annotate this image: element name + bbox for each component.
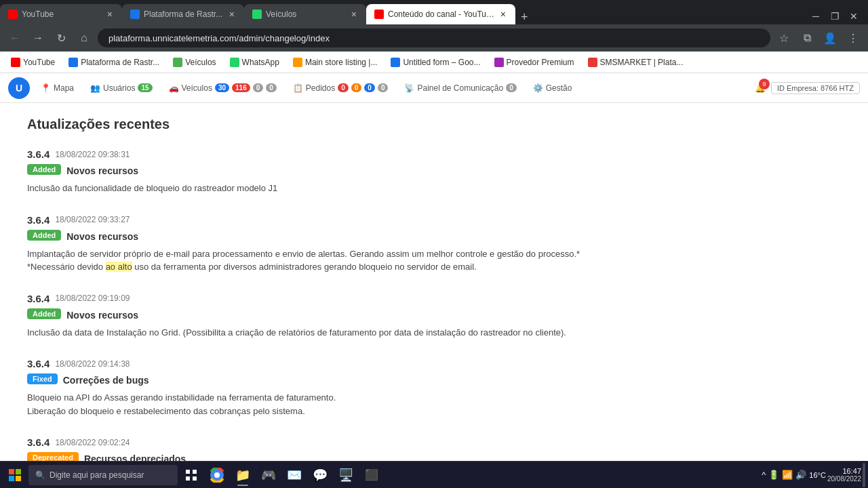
- taskbar-app-remote[interactable]: 🖥️: [334, 463, 358, 487]
- entry-header-2: 3.6.4 18/08/2022 09:33:27: [27, 214, 841, 226]
- forward-button[interactable]: →: [28, 28, 47, 47]
- entry-version-4: 3.6.4: [27, 358, 50, 369]
- tab-favicon-main: [374, 9, 384, 19]
- reload-button[interactable]: ↻: [52, 28, 71, 47]
- bookmark-whatsapp[interactable]: WhatsApp: [224, 56, 285, 69]
- bookmark-label-whatsapp: WhatsApp: [242, 58, 279, 67]
- tab-close-youtube[interactable]: ×: [106, 7, 114, 21]
- taskbar-app-mail[interactable]: ✉️: [282, 463, 307, 487]
- nav-veiculos[interactable]: 🚗 Veículos 30 116 0 0: [163, 81, 282, 96]
- menu-button[interactable]: ⋮: [844, 28, 863, 47]
- show-desktop-button[interactable]: [863, 463, 865, 487]
- svg-rect-1: [16, 469, 21, 474]
- svg-rect-6: [186, 476, 190, 481]
- extensions-button[interactable]: ⧉: [797, 28, 816, 47]
- bookmark-veiculos[interactable]: Veículos: [167, 56, 221, 69]
- bookmark-label-provedor: Provedor Premium: [507, 58, 574, 67]
- nav-mapa[interactable]: 📍 Mapa: [35, 81, 79, 96]
- tab-close-main[interactable]: ×: [499, 7, 507, 21]
- bookmark-label-youtube: YouTube: [23, 58, 55, 67]
- changelog-entry-1: 3.6.4 18/08/2022 09:38:31 Added Novos re…: [27, 148, 841, 195]
- notifications-bell[interactable]: 🔔 9: [755, 83, 766, 93]
- task-view-button[interactable]: [179, 463, 203, 487]
- bookmark-favicon-untitled: [391, 58, 400, 67]
- comm-icon: 📡: [404, 83, 414, 93]
- nav-right: 🔔 9 ID Empresa: 8766 HTZ: [755, 82, 860, 94]
- entry-badge-1: Added: [27, 164, 61, 175]
- bookmark-untitled[interactable]: Untitled form – Goo...: [385, 56, 486, 69]
- nav-veiculos-label: Veículos: [182, 83, 212, 93]
- svg-rect-4: [186, 470, 190, 474]
- page-title: Atualizações recentes: [27, 117, 841, 132]
- new-tab-button[interactable]: +: [515, 10, 534, 24]
- profile-button[interactable]: 👤: [821, 28, 840, 47]
- bookmark-plataforma[interactable]: Plataforma de Rastr...: [63, 56, 165, 69]
- restore-button[interactable]: ❐: [826, 8, 844, 24]
- taskbar-app-file[interactable]: 📁: [231, 463, 255, 487]
- nav-painel[interactable]: 📡 Painel de Comunicação 0: [399, 81, 521, 96]
- company-id[interactable]: ID Empresa: 8766 HTZ: [771, 82, 860, 94]
- gestao-icon: ⚙️: [533, 83, 543, 93]
- taskbar-app-terminal[interactable]: ⬛: [359, 463, 384, 487]
- tab-title-main: Conteúdo do canal - YouTube St...: [388, 9, 495, 19]
- entry-version-2: 3.6.4: [27, 214, 50, 226]
- main-content: Atualizações recentes 3.6.4 18/08/2022 0…: [0, 103, 868, 488]
- taskbar-app-chrome[interactable]: [205, 463, 229, 487]
- taskbar-time-display[interactable]: 16:47 20/08/2022: [827, 467, 861, 483]
- tab-close-plataforma[interactable]: ×: [228, 7, 236, 21]
- bookmark-button[interactable]: ☆: [774, 28, 793, 47]
- bookmark-favicon-veiculos: [173, 58, 182, 67]
- veiculos-badge2: 116: [232, 83, 250, 92]
- tab-youtube[interactable]: YouTube ×: [0, 4, 122, 24]
- entry-version-1: 3.6.4: [27, 148, 50, 160]
- taskbar-search[interactable]: 🔍 Digite aqui para pesquisar: [28, 465, 178, 485]
- pedidos-badge1: 0: [338, 83, 349, 92]
- tab-plataforma[interactable]: Plataforma de Rastr... ×: [122, 4, 244, 24]
- bookmark-label-veiculos: Veículos: [185, 58, 216, 67]
- bookmark-youtube[interactable]: YouTube: [5, 56, 60, 69]
- url-input[interactable]: [98, 28, 770, 47]
- tab-main[interactable]: Conteúdo do canal - YouTube St... ×: [366, 4, 515, 24]
- entry-description-3: Inclusão da data de Instalação no Grid. …: [27, 326, 841, 340]
- tab-close-whatsapp[interactable]: ×: [350, 7, 358, 21]
- bookmark-provedor[interactable]: Provedor Premium: [489, 56, 580, 69]
- svg-rect-5: [193, 470, 197, 474]
- nav-gestao[interactable]: ⚙️ Gestão: [528, 81, 578, 96]
- orders-icon: 📋: [293, 83, 303, 93]
- nav-mapa-label: Mapa: [54, 83, 74, 93]
- veiculos-badge4: 0: [266, 83, 277, 92]
- expand-icon[interactable]: ^: [762, 470, 766, 480]
- close-button[interactable]: ✕: [845, 8, 863, 24]
- bookmark-favicon-provedor: [494, 58, 504, 67]
- entry-date-3: 18/08/2022 09:19:09: [55, 293, 130, 303]
- bookmarks-bar: YouTube Plataforma de Rastr... Veículos …: [0, 52, 868, 73]
- changelog-entry-4: 3.6.4 18/08/2022 09:14:38 Fixed Correçõe…: [27, 358, 841, 418]
- vehicles-icon: 🚗: [169, 83, 179, 93]
- start-button[interactable]: [3, 463, 27, 487]
- bookmark-favicon-youtube: [11, 58, 20, 67]
- tab-whatsapp[interactable]: Veículos ×: [244, 4, 366, 24]
- nav-pedidos[interactable]: 📋 Pedidos 0 0 0 0: [288, 81, 394, 96]
- bookmark-label-plataforma: Plataforma de Rastr...: [81, 58, 159, 67]
- back-button[interactable]: ←: [5, 28, 24, 47]
- map-icon: 📍: [41, 83, 51, 93]
- search-icon: 🔍: [35, 470, 45, 480]
- window-controls: ─ ❐ ✕: [802, 8, 868, 24]
- nav-usuarios[interactable]: 👥 Usuários 15: [85, 81, 157, 96]
- entry-description-1: Inclusão da funcionalidade de bloqueio d…: [27, 182, 841, 195]
- entry-date-2: 18/08/2022 09:33:27: [55, 215, 130, 224]
- sound-icon: 🔊: [795, 470, 806, 480]
- taskbar-app-gamepad[interactable]: 🎮: [256, 463, 281, 487]
- home-button[interactable]: ⌂: [75, 28, 94, 47]
- nav-pedidos-label: Pedidos: [306, 83, 335, 93]
- taskbar-app-team[interactable]: 💬: [308, 463, 332, 487]
- bookmark-main-store[interactable]: Main store listing |...: [288, 56, 383, 69]
- changelog-entry-3: 3.6.4 18/08/2022 09:19:09 Added Novos re…: [27, 293, 841, 340]
- users-icon: 👥: [90, 83, 100, 93]
- entry-header-4: 3.6.4 18/08/2022 09:14:38: [27, 358, 841, 369]
- minimize-button[interactable]: ─: [807, 8, 825, 24]
- bookmark-favicon-smsmarket: [588, 58, 597, 67]
- bookmark-smsmarket[interactable]: SMSMARKET | Plata...: [583, 56, 689, 69]
- entry-badge-row-4: Fixed Correções de bugs: [27, 373, 841, 387]
- svg-rect-2: [9, 476, 14, 481]
